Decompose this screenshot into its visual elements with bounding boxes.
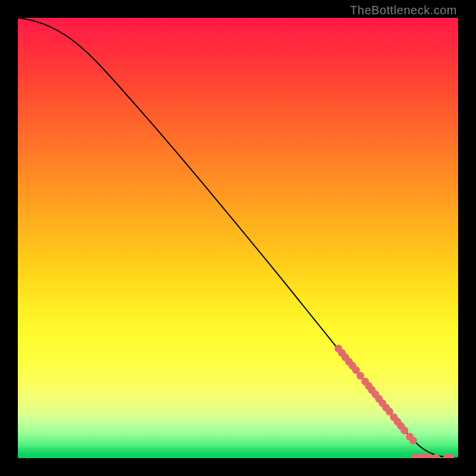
chart-svg [18, 18, 458, 458]
plot-area [18, 18, 458, 458]
data-marker [409, 437, 417, 444]
marker-group [334, 345, 455, 458]
chart-frame: TheBottleneck.com [0, 0, 476, 476]
main-curve [18, 18, 458, 458]
data-marker [400, 427, 408, 434]
attribution-text: TheBottleneck.com [350, 4, 457, 17]
